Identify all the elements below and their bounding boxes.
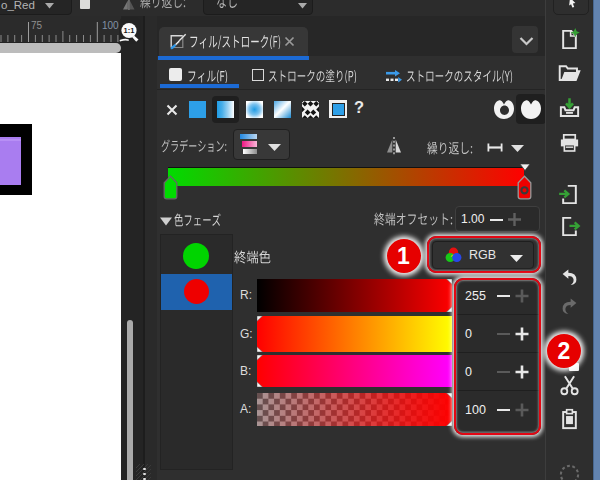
svg-text:1:1: 1:1 [124, 26, 135, 35]
